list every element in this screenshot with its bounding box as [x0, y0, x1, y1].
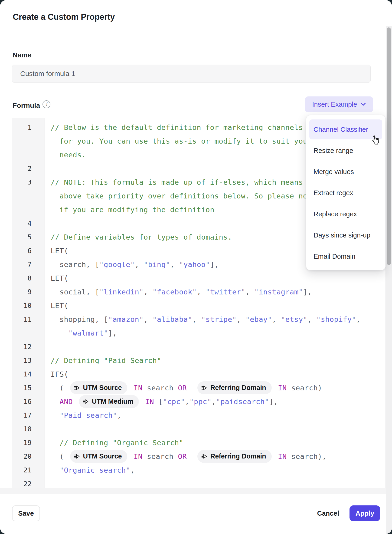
- menu-item-resize-range[interactable]: Resize range: [309, 140, 382, 161]
- property-chip-label: UTM Source: [83, 381, 122, 395]
- code-row: // Defining "Paid Search": [45, 354, 385, 367]
- line-number: 15: [12, 381, 45, 395]
- property-chip-label: UTM Medium: [92, 395, 133, 408]
- code-row: AND UTM Medium IN [cpc,ppc,paidsearch],: [45, 395, 385, 409]
- line-number: 20: [12, 450, 45, 463]
- line-number: 21: [12, 463, 45, 477]
- menu-item-extract-regex[interactable]: Extract regex: [309, 182, 382, 203]
- code-row: Paid search,: [45, 409, 385, 422]
- page-title: Create a Custom Property: [13, 12, 115, 22]
- name-input[interactable]: [12, 65, 371, 83]
- name-label: Name: [13, 51, 32, 59]
- create-custom-property-modal: Create a Custom Property Name Formula In…: [0, 0, 392, 534]
- code-row: // Defining "Organic Search": [45, 436, 385, 450]
- line-number: 5: [12, 230, 45, 244]
- line-number: 12: [12, 340, 45, 354]
- line-number: 1: [12, 121, 45, 162]
- gutter: 12345678910111213141516171819202122: [12, 118, 45, 488]
- insert-example-dropdown: Channel Classifier Resize range Merge va…: [306, 115, 386, 270]
- line-number: 10: [12, 299, 45, 312]
- code-row: IFS(: [45, 367, 385, 381]
- apply-button[interactable]: Apply: [350, 506, 380, 521]
- line-number: 3: [12, 175, 45, 217]
- property-chip-utm-medium[interactable]: UTM Medium: [79, 395, 139, 408]
- insert-example-label: Insert Example: [312, 101, 357, 108]
- line-number: 11: [12, 312, 45, 340]
- menu-item-replace-regex[interactable]: Replace regex: [309, 203, 382, 225]
- property-chip-utm-source[interactable]: UTM Source: [70, 450, 127, 463]
- line-number: 19: [12, 436, 45, 450]
- line-number: 2: [12, 162, 45, 175]
- code-row: walmart],: [45, 326, 385, 340]
- code-row: Organic search,: [45, 463, 385, 477]
- property-icon: [201, 453, 207, 459]
- menu-item-merge-values[interactable]: Merge values: [309, 161, 382, 182]
- code-row: LET(: [45, 271, 385, 285]
- code-row: shopping, [amazon, alibaba, stripe, ebay…: [45, 312, 385, 326]
- property-chip-label: Referring Domain: [210, 449, 266, 463]
- insert-example-button[interactable]: Insert Example: [305, 96, 373, 112]
- code-row: [45, 422, 385, 436]
- property-icon: [201, 385, 207, 391]
- cancel-button[interactable]: Cancel: [312, 506, 344, 521]
- property-chip-utm-source[interactable]: UTM Source: [70, 381, 127, 394]
- property-icon: [74, 453, 80, 459]
- property-chip-referring-domain[interactable]: Referring Domain: [197, 450, 271, 463]
- line-number: 13: [12, 354, 45, 367]
- footer-divider: [0, 488, 392, 494]
- line-number: 16: [12, 395, 45, 409]
- code-row: social, [linkedin, facebook, twitter, in…: [45, 285, 385, 299]
- formula-label: Formula: [13, 102, 40, 109]
- line-number: 17: [12, 409, 45, 422]
- code-row: LET(: [45, 299, 385, 312]
- property-chip-referring-domain[interactable]: Referring Domain: [197, 381, 271, 394]
- line-number: 8: [12, 271, 45, 285]
- line-number: 7: [12, 258, 45, 271]
- line-number: 22: [12, 477, 45, 488]
- line-number: 9: [12, 285, 45, 299]
- property-chip-label: Referring Domain: [210, 381, 266, 395]
- code-row: ( UTM Source IN search OR Referring Doma…: [45, 381, 385, 395]
- chevron-down-icon: [360, 103, 366, 106]
- scrollbar-thumb[interactable]: [387, 27, 391, 265]
- menu-item-email-domain[interactable]: Email Domain: [309, 246, 382, 267]
- code-row: [45, 340, 385, 354]
- line-number: 14: [12, 367, 45, 381]
- line-number: 6: [12, 244, 45, 258]
- property-icon: [74, 385, 80, 391]
- menu-item-days-since-sign-up[interactable]: Days since sign-up: [309, 225, 382, 246]
- line-number: 18: [12, 422, 45, 436]
- property-chip-label: UTM Source: [83, 449, 122, 463]
- code-row: [45, 477, 385, 488]
- save-button[interactable]: Save: [12, 506, 40, 521]
- menu-item-channel-classifier[interactable]: Channel Classifier: [309, 119, 382, 139]
- code-row: ( UTM Source IN search OR Referring Doma…: [45, 450, 385, 463]
- line-number: 4: [12, 217, 45, 230]
- info-icon: [42, 100, 50, 108]
- property-icon: [83, 398, 89, 405]
